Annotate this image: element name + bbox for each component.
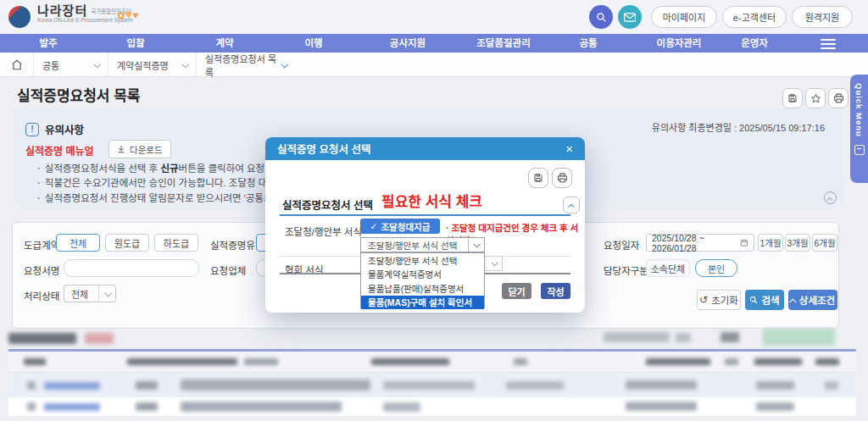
status-label: 처리상태 bbox=[24, 289, 59, 302]
detail-condition-button[interactable]: 상세조건 bbox=[788, 290, 837, 310]
mail-button[interactable] bbox=[618, 5, 642, 29]
contract-type-prime-button[interactable]: 원도급 bbox=[105, 234, 149, 252]
page-title: 실적증명요청서 목록 bbox=[17, 84, 140, 105]
request-company-label: 요청업체 bbox=[210, 263, 246, 277]
nav-item-quality[interactable]: 조달품질관리 bbox=[476, 34, 530, 53]
breadcrumb-select-page[interactable]: 실적증명요청서 목록 bbox=[197, 53, 295, 77]
chevron-down-icon bbox=[281, 61, 288, 68]
period-1month-button[interactable]: 1개월 bbox=[758, 234, 783, 252]
nav-item-fulfillment[interactable]: 이행 bbox=[304, 34, 322, 53]
search-icon bbox=[749, 296, 758, 304]
breadcrumb-select-common[interactable]: 공통 bbox=[34, 53, 108, 77]
pps-advance-payment-checkbox[interactable]: ✓ 조달청대지급 bbox=[360, 219, 440, 234]
save-icon bbox=[787, 93, 798, 103]
reset-button[interactable]: ↺초기화 bbox=[697, 290, 741, 310]
nav-item-contract[interactable]: 계약 bbox=[215, 34, 233, 53]
submit-label: 작성 bbox=[547, 285, 564, 298]
request-date-label: 요청일자 bbox=[604, 238, 639, 252]
save-icon bbox=[533, 173, 543, 183]
breadcrumb-page-label: 실적증명요청서 목록 bbox=[205, 52, 281, 79]
download-icon bbox=[117, 145, 125, 153]
app-root: 나라장터 국가종합전자조달 Korea ON-Line E-Procuremen… bbox=[0, 0, 868, 421]
notice-header: ! 유의사항 bbox=[25, 121, 84, 137]
chevron-down-icon bbox=[486, 257, 502, 270]
e-help-center-button[interactable]: e-고객센터 bbox=[722, 6, 787, 28]
breadcrumb-category-label: 계약실적증명 bbox=[117, 58, 169, 72]
quick-menu-tab[interactable]: Quick Menu bbox=[850, 75, 868, 183]
top-header: 나라장터 국가종합전자조달 Korea ON-Line E-Procuremen… bbox=[0, 0, 868, 34]
request-date-range-input[interactable]: 2025/10/28 ~ 2026/01/28 bbox=[646, 234, 754, 252]
breadcrumb: 공통 계약실적증명 실적증명요청서 목록 bbox=[0, 53, 868, 77]
bullet-bold: 신규 bbox=[160, 163, 178, 174]
favorite-button[interactable] bbox=[805, 88, 826, 108]
period-3month-button[interactable]: 3개월 bbox=[785, 234, 810, 252]
memo-icon bbox=[854, 145, 865, 155]
nav-item-bid[interactable]: 입찰 bbox=[126, 34, 144, 53]
check-icon: ✓ bbox=[370, 221, 378, 231]
chevron-up-icon bbox=[789, 298, 796, 305]
nav-item-order[interactable]: 발주 bbox=[39, 34, 57, 53]
search-button[interactable] bbox=[589, 5, 613, 29]
manual-download-button[interactable]: 다운로드 bbox=[108, 140, 171, 158]
notice-collapse-button[interactable] bbox=[824, 191, 837, 204]
table-row[interactable] bbox=[8, 374, 856, 397]
status-select[interactable]: 전체 bbox=[64, 285, 116, 302]
select-value: 조달청/행안부 서식 선택 bbox=[368, 239, 457, 252]
printer-icon bbox=[833, 93, 844, 103]
request-name-input[interactable] bbox=[64, 259, 199, 277]
search-label: 검색 bbox=[761, 293, 779, 307]
envelope-icon bbox=[624, 13, 636, 22]
manager-group-button[interactable]: 소속단체 bbox=[646, 259, 690, 277]
notice-title: 유의사항 bbox=[45, 121, 84, 137]
search-submit-button[interactable]: 검색 bbox=[745, 290, 784, 310]
refresh-icon: ↺ bbox=[699, 294, 708, 306]
option-label: 하도급 bbox=[164, 236, 189, 250]
nav-item-operator[interactable]: 운영자 bbox=[741, 34, 768, 53]
breadcrumb-common-label: 공통 bbox=[42, 58, 59, 72]
dropdown-option-3[interactable]: 물품납품(판매)실적증명서 bbox=[361, 281, 484, 296]
close-label: 닫기 bbox=[508, 285, 525, 298]
flower-deco-icon: ✿♥♥ bbox=[117, 7, 138, 21]
mypage-button[interactable]: 마이페이지 bbox=[651, 6, 717, 28]
modal-close-button[interactable]: 닫기 bbox=[502, 283, 531, 299]
print-page-button[interactable] bbox=[828, 88, 849, 108]
korea-gov-logo-icon bbox=[8, 6, 31, 28]
dropdown-option-2[interactable]: 물품계약실적증명서 bbox=[361, 268, 484, 282]
modal-save-button[interactable] bbox=[528, 168, 548, 188]
nav-menu-icon[interactable] bbox=[821, 39, 836, 52]
form-type-select[interactable]: 조달청/행안부 서식 선택 bbox=[360, 237, 485, 252]
remote-support-button[interactable]: 원격지원 bbox=[792, 6, 853, 28]
contract-type-sub-button[interactable]: 하도급 bbox=[154, 234, 198, 252]
modal-submit-button[interactable]: 작성 bbox=[541, 283, 570, 299]
save-page-button[interactable] bbox=[782, 88, 803, 108]
manager-self-button[interactable]: 본인 bbox=[695, 259, 737, 277]
chevron-down-icon bbox=[468, 238, 484, 252]
contract-type-all-button[interactable]: 전체 bbox=[56, 234, 100, 252]
modal-title: 실적증명 요청서 선택 bbox=[277, 141, 370, 157]
detail-label: 상세조건 bbox=[799, 293, 835, 307]
bullet-text: 실적증명요청서식을 선택 후 bbox=[45, 163, 161, 174]
redacted-control bbox=[676, 333, 691, 342]
exclamation-icon: ! bbox=[25, 123, 39, 136]
dropdown-option-1[interactable]: 조달청/행안부 서식 선택 bbox=[361, 253, 484, 268]
dropdown-option-4-highlighted[interactable]: 물품(MAS)구매 설치 확인서 bbox=[361, 296, 484, 310]
home-button[interactable] bbox=[0, 53, 34, 77]
table-row[interactable] bbox=[8, 397, 856, 416]
redacted-excel-button[interactable] bbox=[763, 329, 835, 346]
calendar-icon bbox=[740, 238, 748, 247]
nav-item-construction[interactable]: 공사지원 bbox=[390, 34, 426, 53]
redacted-control bbox=[604, 332, 670, 342]
section-collapse-button[interactable] bbox=[563, 197, 580, 213]
form-type-dropdown: 조달청/행안부 서식 선택 물품계약실적증명서 물품납품(판매)실적증명서 물품… bbox=[360, 252, 485, 308]
request-name-label: 요청서명 bbox=[24, 263, 59, 277]
redacted-count bbox=[85, 333, 114, 344]
download-label: 다운로드 bbox=[130, 143, 163, 156]
breadcrumb-select-category[interactable]: 계약실적증명 bbox=[108, 53, 197, 77]
modal-print-button[interactable] bbox=[552, 168, 572, 188]
search-icon bbox=[596, 12, 607, 23]
option-label: 전체 bbox=[70, 236, 86, 250]
nav-item-common[interactable]: 공통 bbox=[579, 34, 597, 53]
period-6month-button[interactable]: 6개월 bbox=[812, 234, 837, 252]
close-icon[interactable]: × bbox=[565, 141, 573, 156]
nav-item-user-mgmt[interactable]: 이용자관리 bbox=[657, 34, 702, 53]
